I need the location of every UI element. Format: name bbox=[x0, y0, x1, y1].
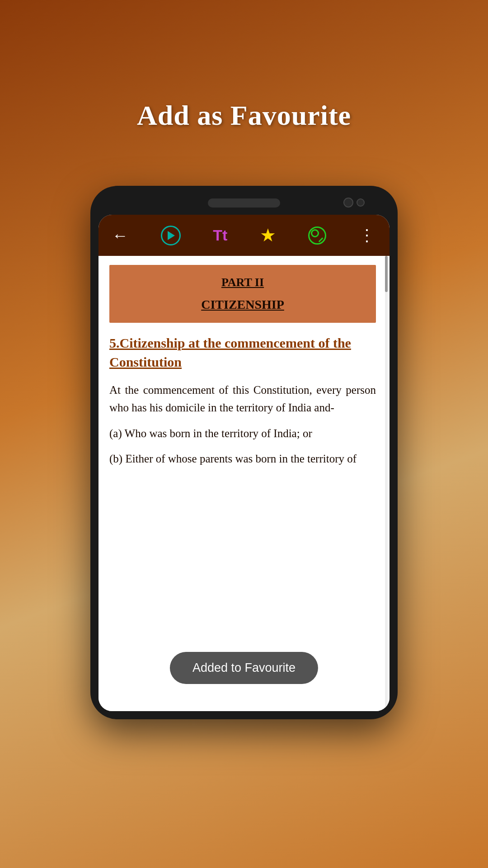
phone-frame: ← Tt ★ ⋮ bbox=[90, 186, 398, 719]
search-button[interactable] bbox=[308, 226, 326, 245]
content-inner: PART II CITIZENSHIP 5.Citizenship at the… bbox=[99, 256, 389, 711]
search-icon bbox=[308, 226, 326, 245]
star-icon: ★ bbox=[260, 225, 276, 246]
part-header: PART II CITIZENSHIP bbox=[109, 265, 376, 323]
text-size-icon: Tt bbox=[213, 226, 227, 244]
page-title: Add as Favourite bbox=[137, 99, 351, 132]
play-triangle-icon bbox=[168, 231, 175, 240]
search-handle bbox=[319, 237, 324, 242]
scrollbar-thumb[interactable] bbox=[385, 256, 388, 292]
phone-camera bbox=[343, 198, 353, 208]
point-a: (a) Who was born in the territory of Ind… bbox=[109, 425, 376, 443]
back-button[interactable]: ← bbox=[112, 226, 128, 245]
toast-message: Added to Favourite bbox=[170, 652, 318, 684]
phone-top-bar bbox=[99, 194, 389, 215]
toast-container: Added to Favourite bbox=[170, 652, 318, 684]
app-toolbar: ← Tt ★ ⋮ bbox=[99, 215, 389, 256]
app-screen: ← Tt ★ ⋮ bbox=[99, 215, 389, 711]
favourite-button[interactable]: ★ bbox=[260, 225, 276, 246]
page-title-area: Add as Favourite bbox=[0, 0, 488, 186]
back-arrow-icon: ← bbox=[112, 226, 128, 245]
phone-camera-lens bbox=[357, 198, 365, 207]
search-circle bbox=[311, 229, 319, 237]
play-button[interactable] bbox=[161, 226, 181, 245]
body-paragraph: At the commencement of this Constitution… bbox=[109, 382, 376, 417]
phone-speaker bbox=[208, 198, 280, 208]
more-icon: ⋮ bbox=[359, 226, 376, 245]
point-b: (b) Either of whose parents was born in … bbox=[109, 450, 376, 468]
part-label: PART II bbox=[117, 276, 369, 289]
content-area: PART II CITIZENSHIP 5.Citizenship at the… bbox=[99, 256, 389, 711]
more-button[interactable]: ⋮ bbox=[359, 226, 376, 245]
section-heading: 5.Citizenship at the commencement of the… bbox=[109, 334, 376, 372]
scrollbar[interactable] bbox=[385, 256, 388, 711]
play-icon bbox=[161, 226, 181, 245]
citizenship-label: CITIZENSHIP bbox=[117, 297, 369, 312]
text-size-button[interactable]: Tt bbox=[213, 226, 227, 244]
